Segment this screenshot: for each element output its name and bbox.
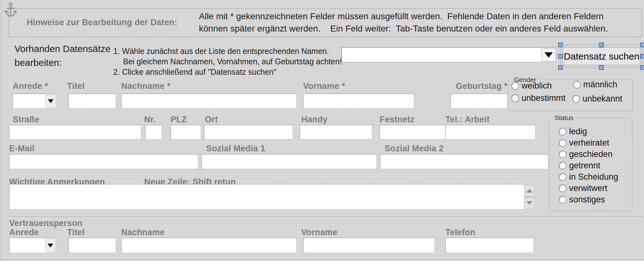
dropdown-arrow-button[interactable]: [46, 95, 56, 108]
radio-maennlich[interactable]: männlich: [573, 80, 617, 90]
form-canvas: { "header": { "title": "Hinweise zur Bea…: [0, 0, 644, 261]
radio-geschieden[interactable]: geschieden: [559, 149, 613, 159]
window-bottom-edge: [0, 259, 644, 260]
radio-ledig[interactable]: ledig: [559, 127, 587, 136]
radio-circle: [559, 162, 567, 170]
festnetz-input[interactable]: [380, 125, 447, 140]
plz-input[interactable]: [171, 125, 201, 140]
hints-label: Hinweise zur Bearbeitung der Daten:: [27, 18, 177, 27]
sozial-media-1-input[interactable]: [201, 154, 377, 169]
nachname-label: Nachname *: [121, 81, 171, 91]
sozial-media-2-input[interactable]: [380, 154, 548, 169]
geburtstag-input[interactable]: [450, 94, 507, 109]
dropdown-arrow-icon: [48, 99, 54, 103]
record-select-label-line2: bearbeiten:: [14, 57, 62, 68]
nachname-input[interactable]: [121, 94, 297, 109]
sheet-gridline-ticks: [0, 0, 644, 1]
radio-circle: [559, 139, 567, 147]
record-instruction-2: Bei gleichem Nachnamen, Vornahmen, auf G…: [123, 57, 342, 66]
strasse-input[interactable]: [9, 125, 141, 140]
vertrauensperson-heading: Vertrauensperson: [9, 218, 82, 228]
radio-weiblich[interactable]: weiblich: [511, 81, 552, 91]
email-label: E-Mail: [9, 144, 35, 154]
vp-titel-input[interactable]: [68, 238, 116, 253]
titel-label: Titel: [67, 81, 85, 91]
handy-input[interactable]: [300, 125, 372, 140]
ort-label: Ort: [205, 115, 218, 125]
nr-input[interactable]: [145, 125, 162, 140]
hints-text-line1: Alle mit * gekennzeichneten Felder müsse…: [199, 11, 604, 21]
vp-telefon-input[interactable]: [445, 238, 534, 253]
selection-handle[interactable]: [558, 43, 563, 47]
titel-input[interactable]: [68, 94, 116, 109]
scroll-up-button[interactable]: [524, 185, 534, 196]
dropdown-arrow-icon: [545, 52, 553, 58]
radio-circle: [573, 81, 581, 89]
vp-vorname-label: Vorname: [301, 228, 337, 237]
plz-label: PLZ: [171, 115, 187, 125]
radio-unbekannt[interactable]: unbekannt: [572, 94, 622, 104]
handy-label: Handy: [301, 115, 328, 125]
radio-verwitwert[interactable]: verwitwert: [559, 183, 607, 193]
selection-handle[interactable]: [558, 65, 563, 70]
vp-nachname-label: Nachname: [121, 228, 165, 237]
radio-circle: [559, 173, 567, 181]
radio-circle: [559, 184, 567, 192]
status-caption: Status: [553, 114, 575, 122]
radio-sonstiges[interactable]: sonstiges: [559, 195, 605, 205]
vertical-scrollbar[interactable]: [524, 185, 534, 209]
scroll-down-icon: [526, 201, 533, 205]
sozial-media-1-label: Sozial Media 1: [206, 144, 265, 154]
radio-circle: [559, 150, 567, 158]
section-divider: [6, 216, 642, 217]
dropdown-arrow-button[interactable]: [45, 239, 55, 252]
radio-verheiratet[interactable]: verheiratet: [559, 138, 609, 148]
anrede-label: Anrede *: [13, 81, 48, 91]
radio-circle: [559, 196, 567, 204]
record-search-combobox[interactable]: [342, 47, 556, 62]
selection-handle[interactable]: [640, 65, 644, 70]
radio-circle: [559, 128, 567, 136]
ort-input[interactable]: [204, 125, 293, 140]
selection-handle[interactable]: [599, 43, 604, 47]
vp-nachname-input[interactable]: [121, 238, 297, 253]
radio-circle: [511, 94, 519, 102]
sozial-media-2-label: Sozial Media 2: [385, 144, 443, 154]
anrede-combobox[interactable]: [13, 94, 57, 109]
nr-label: Nr.: [144, 115, 156, 125]
window-left-edge: [1, 0, 2, 261]
radio-circle: [511, 82, 519, 90]
dropdown-arrow-button[interactable]: [542, 48, 556, 61]
tel-arbeit-label: Tel.: Arbeit: [445, 115, 489, 125]
selection-handle[interactable]: [640, 54, 644, 59]
geburtstag-label: Geburtstag *: [456, 81, 507, 91]
scroll-down-button[interactable]: [524, 197, 534, 209]
record-instruction-3: 2. Clicke anschließend auf "Datensatz su…: [113, 67, 276, 77]
anmerkungen-textarea[interactable]: [9, 184, 535, 210]
record-instruction-1: 1. Wähle zunächst aus der Liste den ents…: [113, 47, 329, 56]
tel-arbeit-input[interactable]: [445, 125, 536, 140]
vorname-label: Vorname *: [303, 81, 345, 91]
radio-circle: [572, 95, 580, 103]
vp-anrede-combobox[interactable]: [9, 238, 56, 253]
radio-unbestimmt[interactable]: unbestimmt: [511, 93, 566, 103]
dropdown-arrow-icon: [48, 244, 53, 247]
radio-in-scheidung[interactable]: in Scheidung: [559, 172, 618, 182]
festnetz-label: Festnetz: [380, 115, 415, 125]
selection-handle[interactable]: [599, 65, 604, 70]
datensatz-suchen-selection: Datensatz suchen: [558, 43, 644, 70]
datensatz-suchen-button[interactable]: Datensatz suchen: [563, 47, 640, 65]
strasse-label: Straße: [13, 115, 39, 125]
vorname-input[interactable]: [303, 94, 414, 109]
vp-anrede-label: Anrede: [9, 228, 39, 237]
email-input[interactable]: [9, 154, 198, 169]
vp-vorname-input[interactable]: [303, 238, 435, 253]
radio-getrennt[interactable]: getrennt: [559, 161, 600, 171]
vp-titel-label: Titel: [67, 228, 85, 237]
selection-handle[interactable]: [558, 54, 563, 59]
hints-text-line2: können später ergänzt werden. Ein Feld w…: [199, 24, 608, 34]
record-select-label-line1: Vorhanden Datensätze: [14, 44, 110, 54]
vp-telefon-label: Telefon: [445, 228, 475, 237]
selection-handle[interactable]: [640, 43, 644, 47]
scroll-up-icon: [526, 189, 533, 193]
